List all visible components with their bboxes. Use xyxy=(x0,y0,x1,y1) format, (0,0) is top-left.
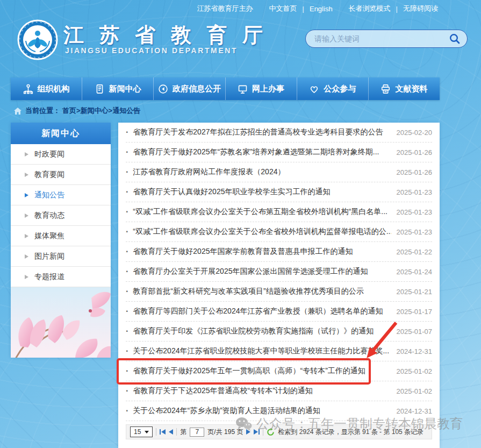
search-icon[interactable] xyxy=(449,33,461,45)
divider xyxy=(176,428,177,436)
nav-item-网上办事[interactable]: 网上办事 xyxy=(226,77,297,100)
bullet-icon: · xyxy=(126,406,128,416)
sidebar-item-教育动态[interactable]: 教育动态 xyxy=(11,205,111,226)
nav-item-文献资料[interactable]: 文献资料 xyxy=(369,77,440,100)
bullet-icon: · xyxy=(126,247,128,257)
sidebar-item-label: 时政要闻 xyxy=(34,150,64,159)
archive-icon xyxy=(381,84,391,94)
notice-title-link[interactable]: 省教育厅关于认真做好2025年职业学校学生实习工作的通知 xyxy=(133,187,391,197)
sidebar-list: 时政要闻教育要闻通知公告教育动态媒体聚焦图片新闻专题报道 xyxy=(11,144,111,287)
notice-title-link[interactable]: “双减”工作省级联席会议办公室关于公布全省校外培训机构监督举报电话的公... xyxy=(133,227,391,237)
breadcrumb-path[interactable]: 首页>新闻中心>通知公告 xyxy=(62,106,140,116)
nav-item-组织机构[interactable]: 组织机构 xyxy=(11,77,82,100)
notice-date: 2025-01-23 xyxy=(397,188,433,196)
notice-title-link[interactable]: 省教育厅关于印发《江苏省职业院校劳动教育实施指南（试行）》的通知 xyxy=(133,326,391,336)
page-label-prefix: 第 xyxy=(180,428,186,437)
notice-title-link[interactable]: 省教育厅办公室关于开展2025年国家公派出国留学选派受理工作的通知 xyxy=(133,267,391,276)
sidebar: 新闻中心 时政要闻教育要闻通知公告教育动态媒体聚焦图片新闻专题报道 xyxy=(11,123,111,358)
result-count-text: 检索到 2924 条记录，显示第 91 条 - 第 105 条记录 xyxy=(278,428,423,437)
notice-list: ·省教育厅关于发布2027年拟在江苏招生的普通高校专业选考科目要求的公告2025… xyxy=(118,123,440,421)
notice-row: ·关于公布2024年“苏乡永助”资助育人主题活动结果的通知2024-12-31 xyxy=(126,401,432,421)
refresh-icon[interactable] xyxy=(267,428,275,436)
sidebar-item-教育要闻[interactable]: 教育要闻 xyxy=(11,165,111,185)
search-box xyxy=(305,30,468,48)
triangle-icon xyxy=(25,254,28,259)
nav-item-公众参与[interactable]: 公众参与 xyxy=(297,77,369,100)
sidebar-item-专题报道[interactable]: 专题报道 xyxy=(11,267,111,287)
notice-title-link[interactable]: 省教育厅关于发布2027年拟在江苏招生的普通高校专业选考科目要求的公告 xyxy=(133,127,391,137)
heart-icon xyxy=(309,84,319,94)
topbar: 江苏省教育厅主办中文首页|English长者浏览模式|无障碍阅读 xyxy=(197,4,438,13)
nav-item-新闻中心[interactable]: 新闻中心 xyxy=(82,77,154,100)
notice-date: 2025-01-02 xyxy=(397,367,433,375)
topbar-link[interactable]: 江苏省教育厅主办 xyxy=(197,4,253,13)
notice-row: ·省教育厅关于认真做好2025年职业学校学生实习工作的通知2025-01-23 xyxy=(126,182,432,202)
topbar-link[interactable]: English xyxy=(310,5,333,13)
bullet-icon: · xyxy=(126,207,128,217)
notice-title-link[interactable]: 关于公布2024年“苏乡永助”资助育人主题活动结果的通知 xyxy=(133,406,391,416)
notice-row: ·省教育厅关于印发《江苏省职业院校劳动教育实施指南（试行）》的通知2025-01… xyxy=(126,322,432,342)
sidebar-item-时政要闻[interactable]: 时政要闻 xyxy=(11,144,111,165)
bullet-icon: · xyxy=(126,267,128,276)
breadcrumb-label: 当前位置： xyxy=(25,106,60,116)
prev-page-button[interactable] xyxy=(169,429,173,435)
bullet-icon: · xyxy=(126,326,128,336)
bullet-icon: · xyxy=(126,287,128,296)
notice-title-link[interactable]: “双减”工作省级联席会议办公室关于公布第五期全省校外培训机构“黑白名单... xyxy=(133,207,391,217)
bullet-icon: · xyxy=(126,147,128,157)
page-size-select[interactable]: 15 xyxy=(130,426,153,437)
triangle-icon xyxy=(25,152,28,157)
bullet-icon: · xyxy=(126,386,128,396)
nav-item-label: 政府信息公开 xyxy=(173,84,221,94)
magnolia-flower-image xyxy=(11,287,111,358)
notice-title-link[interactable]: 教育部首批“新文科研究与改革实践项目”结题验收推荐优秀项目的公示 xyxy=(133,287,391,296)
topbar-link[interactable]: 无障碍阅读 xyxy=(403,4,438,13)
notice-title-link[interactable]: 江苏省教育厅政府网站工作年度报表（2024） xyxy=(133,167,391,177)
notice-date: 2025-01-22 xyxy=(397,248,433,256)
page-number-input[interactable] xyxy=(190,428,204,437)
notice-title-link[interactable]: 省教育厅关于做好2025年“苏教名家”培养对象遴选暨第二期培养对象终期... xyxy=(133,147,391,157)
sidebar-item-图片新闻[interactable]: 图片新闻 xyxy=(11,246,111,267)
notice-date: 2024-12-31 xyxy=(397,347,433,355)
notice-date: 2024-12-31 xyxy=(397,407,433,415)
sidebar-item-媒体聚焦[interactable]: 媒体聚焦 xyxy=(11,226,111,246)
notice-row: ·“双减”工作省级联席会议办公室关于公布全省校外培训机构监督举报电话的公...2… xyxy=(126,222,432,242)
triangle-icon xyxy=(25,214,28,218)
notice-date: 2025-01-17 xyxy=(397,308,433,316)
sidebar-title: 新闻中心 xyxy=(11,123,111,144)
chevron-down-icon xyxy=(145,431,149,433)
notice-date: 2025-01-24 xyxy=(397,268,433,276)
sidebar-item-label: 教育动态 xyxy=(34,211,64,221)
nav-item-label: 网上办事 xyxy=(252,84,284,94)
topbar-link[interactable]: 长者浏览模式 xyxy=(349,4,391,13)
divider: | xyxy=(303,5,304,13)
page-label-suffix: 页/共 195 页 xyxy=(207,428,243,437)
next-page-button[interactable] xyxy=(246,429,250,435)
notice-title-link[interactable]: 省教育厅关于下达2025年普通高校“专转本”计划的通知 xyxy=(133,386,391,396)
last-page-button[interactable] xyxy=(254,429,260,435)
nav-item-政府信息公开[interactable]: 政府信息公开 xyxy=(154,77,225,100)
notice-row: ·省教育厅等四部门关于公布2024年江苏省产业教授（兼职）选聘名单的通知2025… xyxy=(126,302,432,322)
divider xyxy=(263,428,263,436)
notice-title-link[interactable]: 省教育厅关于做好2025年五年一贯制高职（高师）“专转本”工作的通知 xyxy=(133,366,391,376)
sidebar-item-通知公告[interactable]: 通知公告 xyxy=(11,185,111,205)
first-page-button[interactable] xyxy=(160,429,166,435)
info-disclosure-icon xyxy=(158,84,168,94)
notice-title-link[interactable]: 关于公布2024年江苏省职业院校技能大赛中等职业学校班主任能力比赛获奖... xyxy=(133,346,391,356)
notice-date: 2025-02-20 xyxy=(397,129,433,137)
notice-title-link[interactable]: 省教育厅等四部门关于公布2024年江苏省产业教授（兼职）选聘名单的通知 xyxy=(133,307,391,316)
notice-row: ·省教育厅关于做好2025年五年一贯制高职（高师）“专转本”工作的通知2025-… xyxy=(126,361,432,381)
site-logo[interactable] xyxy=(17,19,58,60)
notice-title-link[interactable]: 省教育厅关于做好2025年国家学前教育普及普惠县申报工作的通知 xyxy=(133,247,391,257)
search-input[interactable] xyxy=(314,34,449,43)
triangle-icon xyxy=(25,193,28,197)
pagination-bar: 15 第 页/共 195 页 检索到 2924 条记录，显示第 91 条 - 第… xyxy=(126,424,432,439)
topbar-link[interactable]: 中文首页 xyxy=(269,4,297,13)
notice-date: 2025-01-23 xyxy=(397,208,433,216)
site-subtitle-en: JIANGSU EDUCATION DEPARTMENT xyxy=(65,46,238,55)
content-panel: ·省教育厅关于发布2027年拟在江苏招生的普通高校专业选考科目要求的公告2025… xyxy=(118,123,440,448)
page-size-value: 15 xyxy=(134,428,141,436)
topbar-group: 中文首页|English xyxy=(269,4,333,13)
topbar-group: 长者浏览模式|无障碍阅读 xyxy=(349,4,438,13)
bullet-icon: · xyxy=(126,227,128,237)
